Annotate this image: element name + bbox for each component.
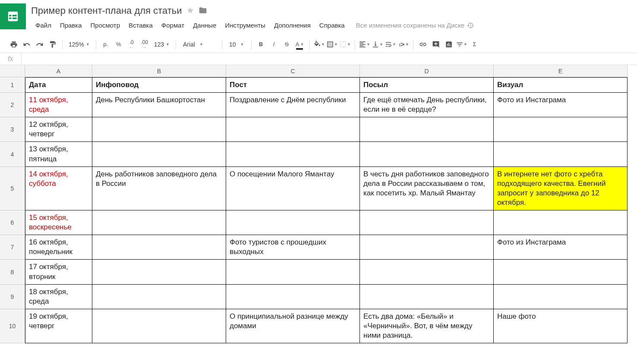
cell[interactable]	[226, 285, 360, 309]
link-button[interactable]	[417, 38, 429, 50]
menu-addons[interactable]: Дополнения	[270, 20, 315, 31]
cell[interactable]: 14 октября, суббота	[25, 167, 92, 210]
menu-view[interactable]: Просмотр	[86, 20, 125, 31]
cell[interactable]	[360, 142, 494, 166]
cell[interactable]: 15 октября, воскресенье	[25, 210, 92, 235]
cell[interactable]: Инфоповод	[92, 77, 226, 93]
cell[interactable]	[92, 142, 226, 166]
row-header[interactable]: 5	[0, 167, 25, 210]
cell[interactable]: 19 октября, четверг	[25, 309, 92, 343]
comment-button[interactable]	[430, 38, 442, 50]
col-header-A[interactable]: A	[25, 65, 92, 77]
italic-button[interactable]: I	[268, 38, 280, 50]
currency-button[interactable]: р.	[100, 38, 112, 50]
cell[interactable]: Пост	[226, 77, 360, 93]
cell[interactable]: О принципиальной разнице между домами	[226, 309, 360, 343]
merge-button[interactable]: ▼	[339, 38, 351, 50]
text-wrap-button[interactable]: ▼	[385, 38, 397, 50]
chart-button[interactable]	[443, 38, 455, 50]
cell[interactable]	[92, 117, 226, 142]
text-color-button[interactable]: A▼	[294, 38, 306, 50]
cell[interactable]	[92, 210, 226, 235]
cell[interactable]	[360, 210, 494, 235]
row-header[interactable]: 2	[0, 93, 25, 117]
cell[interactable]	[360, 117, 494, 142]
row-header[interactable]: 1	[0, 77, 25, 93]
sheets-logo[interactable]	[0, 3, 26, 29]
history-icon[interactable]	[467, 22, 474, 29]
number-format-select[interactable]: 123▼	[151, 41, 172, 48]
cell[interactable]: 11 октября, среда	[25, 93, 92, 117]
cell[interactable]: Есть два дома: «Белый» и «Черничный». Во…	[360, 309, 494, 343]
cell[interactable]	[226, 260, 360, 284]
cell[interactable]	[226, 117, 360, 142]
row-header[interactable]: 10	[0, 309, 25, 343]
font-size-select[interactable]: 10▼	[226, 41, 248, 48]
col-header-E[interactable]: E	[494, 65, 628, 77]
cell[interactable]	[92, 260, 226, 284]
cell[interactable]	[226, 210, 360, 235]
menu-insert[interactable]: Вставка	[124, 20, 157, 31]
cell[interactable]: День работников заповедного дела в Росси…	[92, 167, 226, 210]
folder-icon[interactable]	[199, 6, 207, 16]
menu-help[interactable]: Справка	[315, 20, 349, 31]
cell[interactable]	[494, 142, 628, 166]
document-title[interactable]: Пример контент-плана для статьи	[31, 5, 182, 16]
cell[interactable]: Визуал	[494, 77, 628, 93]
cell[interactable]	[494, 210, 628, 235]
cell[interactable]	[360, 235, 494, 260]
cell[interactable]: Дата	[25, 77, 92, 93]
cell[interactable]: В интернете нет фото с хребта подходящег…	[494, 167, 628, 210]
percent-button[interactable]: %	[113, 38, 125, 50]
col-header-D[interactable]: D	[360, 65, 494, 77]
col-header-C[interactable]: C	[226, 65, 360, 77]
cell[interactable]	[360, 285, 494, 309]
cell[interactable]: 16 октября, понедельник	[25, 235, 92, 260]
cell[interactable]	[92, 309, 226, 343]
cell[interactable]: О посещении Малого Ямантау	[226, 167, 360, 210]
cell[interactable]: 17 октября, вторник	[25, 260, 92, 284]
row-header[interactable]: 4	[0, 142, 25, 166]
v-align-button[interactable]: ▼	[372, 38, 384, 50]
row-header[interactable]: 9	[0, 285, 25, 309]
menu-format[interactable]: Формат	[157, 20, 189, 31]
col-header-B[interactable]: B	[92, 65, 226, 77]
borders-button[interactable]: ▼	[326, 38, 338, 50]
menu-file[interactable]: Файл	[31, 20, 56, 31]
filter-button[interactable]: ▼	[456, 38, 468, 50]
print-button[interactable]	[8, 38, 20, 50]
cell[interactable]: 13 октября, пятница	[25, 142, 92, 166]
undo-button[interactable]	[21, 38, 33, 50]
text-rotation-button[interactable]: ▼	[397, 38, 410, 50]
cell[interactable]: День Республики Башкортостан	[92, 93, 226, 117]
zoom-select[interactable]: 125%▼	[66, 41, 92, 48]
row-header[interactable]: 7	[0, 235, 25, 260]
cell[interactable]: 12 октября, четверг	[25, 117, 92, 142]
formula-input[interactable]	[22, 53, 637, 65]
cell[interactable]	[494, 285, 628, 309]
cell[interactable]	[360, 260, 494, 284]
menu-tools[interactable]: Инструменты	[221, 20, 270, 31]
decrease-decimal-button[interactable]: .0←	[126, 38, 138, 50]
cell[interactable]: Наше фото	[494, 309, 628, 343]
cell[interactable]	[494, 260, 628, 284]
cell[interactable]: Фото из Инстаграма	[494, 93, 628, 117]
cell[interactable]	[92, 285, 226, 309]
h-align-button[interactable]: ▼	[359, 38, 371, 50]
cell[interactable]: Посыл	[360, 77, 494, 93]
row-header[interactable]: 8	[0, 260, 25, 284]
strikethrough-button[interactable]: S	[281, 38, 293, 50]
cell[interactable]: Фото из Инстаграма	[494, 235, 628, 260]
cell[interactable]	[494, 117, 628, 142]
functions-button[interactable]: Σ	[469, 38, 481, 50]
row-header[interactable]: 6	[0, 210, 25, 235]
fill-color-button[interactable]: ▼	[313, 38, 325, 50]
paint-format-button[interactable]	[47, 38, 59, 50]
redo-button[interactable]	[34, 38, 46, 50]
menu-edit[interactable]: Правка	[56, 20, 86, 31]
cell[interactable]: В честь дня работников заповедного дела …	[360, 167, 494, 210]
cell[interactable]: Поздравление с Днём республики	[226, 93, 360, 117]
row-header[interactable]: 3	[0, 117, 25, 142]
cell[interactable]: 18 октября, среда	[25, 285, 92, 309]
cell[interactable]: Где ещё отмечать День республики, если н…	[360, 93, 494, 117]
